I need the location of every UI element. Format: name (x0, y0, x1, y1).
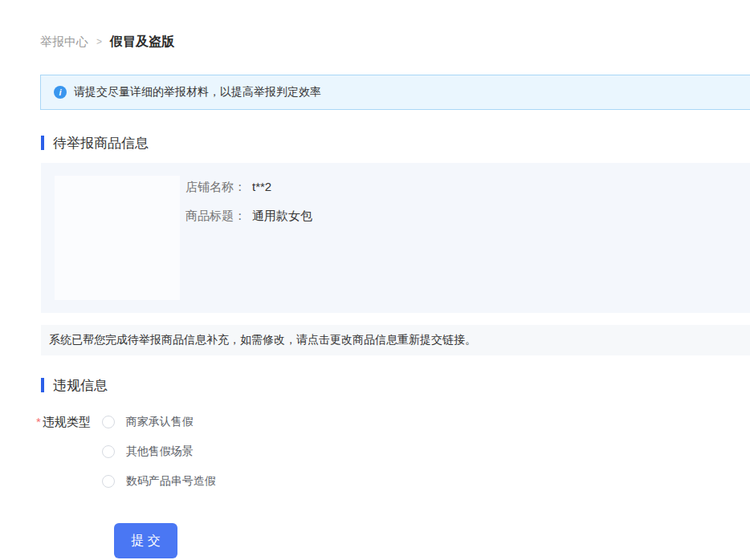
radio-option-label[interactable]: 数码产品串号造假 (126, 474, 216, 489)
radio-option-other-fake-scenario[interactable]: 其他售假场景 (102, 444, 216, 459)
breadcrumb-report-center[interactable]: 举报中心 (40, 34, 88, 50)
breadcrumb: 举报中心 > 假冒及盗版 (40, 34, 750, 50)
violation-type-field: * 违规类型 商家承认售假 其他售假场景 数码产品串号造假 (36, 415, 750, 504)
shop-name-value: t**2 (252, 181, 271, 193)
info-icon: i (54, 86, 67, 99)
info-banner: i 请提交尽量详细的举报材料，以提高举报判定效率 (40, 75, 750, 110)
product-section-header: 待举报商品信息 (41, 135, 750, 151)
system-note-text: 系统已帮您完成待举报商品信息补充，如需修改，请点击更改商品信息重新提交链接。 (49, 333, 476, 347)
violation-section-header: 违规信息 (41, 377, 750, 393)
product-title-value: 通用款女包 (252, 209, 312, 222)
shop-name-row: 店铺名称： t**2 (185, 181, 312, 193)
breadcrumb-current-page: 假冒及盗版 (110, 34, 174, 51)
breadcrumb-separator-icon: > (96, 36, 102, 47)
section-accent-bar (41, 136, 44, 150)
violation-type-label-text: 违规类型 (43, 415, 91, 429)
product-fields: 店铺名称： t**2 商品标题： 通用款女包 (185, 176, 312, 313)
violation-section-title: 违规信息 (53, 376, 108, 395)
radio-icon[interactable] (102, 475, 115, 488)
radio-option-label[interactable]: 其他售假场景 (126, 444, 194, 459)
product-info-panel: 店铺名称： t**2 商品标题： 通用款女包 (41, 163, 750, 313)
radio-option-digital-serial-fraud[interactable]: 数码产品串号造假 (102, 474, 216, 489)
product-title-label: 商品标题： (185, 209, 246, 222)
submit-button[interactable]: 提 交 (114, 523, 177, 558)
shop-name-label: 店铺名称： (185, 181, 246, 193)
section-accent-bar (41, 378, 44, 392)
radio-option-label[interactable]: 商家承认售假 (126, 415, 194, 429)
product-section-title: 待举报商品信息 (53, 134, 149, 152)
violation-type-label: * 违规类型 (36, 415, 91, 429)
product-image-placeholder (55, 176, 180, 300)
radio-icon[interactable] (102, 416, 115, 428)
system-note: 系统已帮您完成待举报商品信息补充，如需修改，请点击更改商品信息重新提交链接。 (41, 325, 750, 355)
info-banner-text: 请提交尽量详细的举报材料，以提高举报判定效率 (74, 85, 321, 99)
violation-type-radio-group: 商家承认售假 其他售假场景 数码产品串号造假 (102, 415, 216, 504)
report-page: 举报中心 > 假冒及盗版 i 请提交尽量详细的举报材料，以提高举报判定效率 待举… (0, 0, 750, 560)
radio-icon[interactable] (102, 445, 115, 458)
radio-option-merchant-admits-fake[interactable]: 商家承认售假 (102, 415, 216, 429)
required-asterisk: * (36, 415, 41, 429)
product-title-row: 商品标题： 通用款女包 (185, 209, 312, 222)
